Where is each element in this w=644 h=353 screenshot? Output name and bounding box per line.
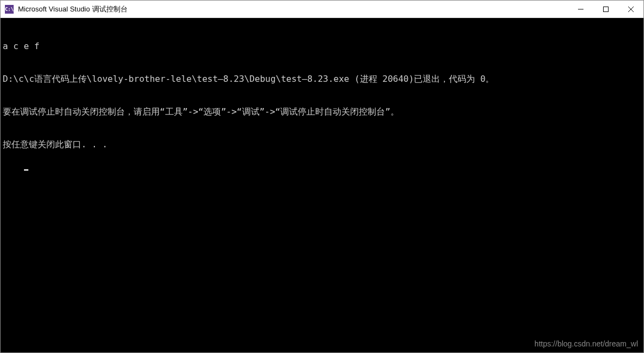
close-button[interactable] [618,1,643,17]
window-controls [568,1,643,17]
watermark-text: https://blog.csdn.net/dream_wl [534,338,638,349]
console-output[interactable]: a c e f D:\c\c语言代码上传\lovely-brother-lele… [1,18,643,352]
close-icon [628,7,634,12]
console-window: C:\ Microsoft Visual Studio 调试控制台 a c e … [0,0,644,353]
minimize-icon [578,7,583,12]
cursor [24,169,28,171]
maximize-button[interactable] [593,1,618,17]
window-title: Microsoft Visual Studio 调试控制台 [18,4,568,14]
app-icon: C:\ [5,5,14,14]
console-line: a c e f [3,41,641,52]
console-line: 要在调试停止时自动关闭控制台，请启用“工具”->“选项”->“调试”->“调试停… [3,106,641,117]
svg-rect-1 [604,7,609,11]
console-line: D:\c\c语言代码上传\lovely-brother-lele\test—8.… [3,74,641,85]
maximize-icon [603,7,609,12]
titlebar: C:\ Microsoft Visual Studio 调试控制台 [1,1,643,18]
console-line: 按任意键关闭此窗口. . . [3,139,641,150]
minimize-button[interactable] [568,1,593,17]
